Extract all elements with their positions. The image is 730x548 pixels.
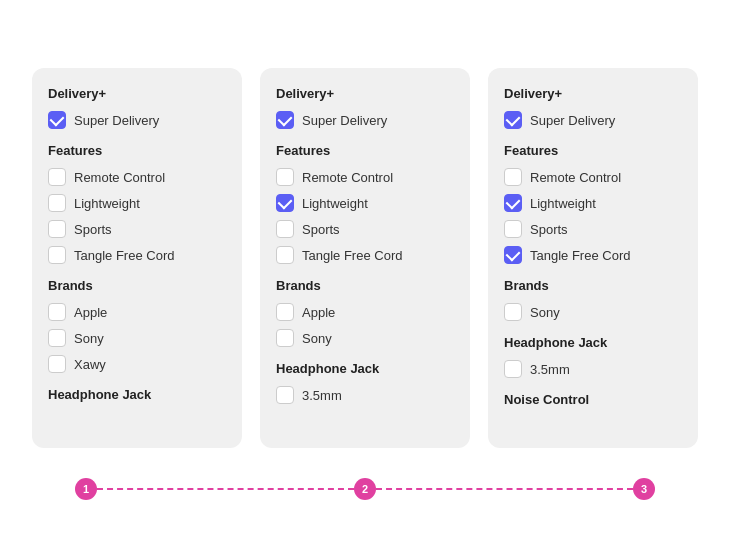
brand-checkbox-0[interactable] xyxy=(276,303,294,321)
delivery-plus-title: Delivery+ xyxy=(276,86,454,101)
super-delivery-checkbox[interactable] xyxy=(276,111,294,129)
feature-checkbox-0[interactable] xyxy=(276,168,294,186)
brand-item-0[interactable]: Apple xyxy=(48,303,226,321)
super-delivery-label: Super Delivery xyxy=(74,113,159,128)
feature-checkbox-3[interactable] xyxy=(504,246,522,264)
brands-title: Brands xyxy=(504,278,682,293)
card-2: Delivery+Super DeliveryFeaturesRemote Co… xyxy=(260,68,470,448)
brand-label-1: Sony xyxy=(302,331,332,346)
headphone-jack-title: Headphone Jack xyxy=(504,335,682,350)
feature-label-0: Remote Control xyxy=(530,170,621,185)
super-delivery-checkbox[interactable] xyxy=(48,111,66,129)
progress-line-1 xyxy=(97,488,354,490)
feature-item-0[interactable]: Remote Control xyxy=(504,168,682,186)
features-title: Features xyxy=(276,143,454,158)
feature-item-3[interactable]: Tangle Free Cord xyxy=(48,246,226,264)
feature-label-2: Sports xyxy=(302,222,340,237)
progress-step-3[interactable]: 3 xyxy=(633,478,655,500)
brand-label-0: Apple xyxy=(74,305,107,320)
hj-checkbox-0[interactable] xyxy=(276,386,294,404)
headphone-jack-title: Headphone Jack xyxy=(276,361,454,376)
hj-item-0[interactable]: 3.5mm xyxy=(504,360,682,378)
hj-checkbox-0[interactable] xyxy=(504,360,522,378)
feature-checkbox-1[interactable] xyxy=(504,194,522,212)
feature-label-0: Remote Control xyxy=(74,170,165,185)
cards-container: Delivery+Super DeliveryFeaturesRemote Co… xyxy=(2,48,728,468)
feature-item-1[interactable]: Lightweight xyxy=(504,194,682,212)
brand-checkbox-0[interactable] xyxy=(48,303,66,321)
feature-item-2[interactable]: Sports xyxy=(48,220,226,238)
brand-item-1[interactable]: Sony xyxy=(48,329,226,347)
feature-label-2: Sports xyxy=(530,222,568,237)
brands-title: Brands xyxy=(48,278,226,293)
delivery-plus-title: Delivery+ xyxy=(48,86,226,101)
feature-item-1[interactable]: Lightweight xyxy=(48,194,226,212)
brand-checkbox-1[interactable] xyxy=(48,329,66,347)
feature-label-2: Sports xyxy=(74,222,112,237)
super-delivery-item[interactable]: Super Delivery xyxy=(276,111,454,129)
features-title: Features xyxy=(48,143,226,158)
feature-item-2[interactable]: Sports xyxy=(504,220,682,238)
feature-label-3: Tangle Free Cord xyxy=(530,248,630,263)
brand-label-2: Xawy xyxy=(74,357,106,372)
delivery-plus-title: Delivery+ xyxy=(504,86,682,101)
feature-label-3: Tangle Free Cord xyxy=(302,248,402,263)
feature-label-0: Remote Control xyxy=(302,170,393,185)
brand-checkbox-2[interactable] xyxy=(48,355,66,373)
feature-item-0[interactable]: Remote Control xyxy=(48,168,226,186)
progress-step-2[interactable]: 2 xyxy=(354,478,376,500)
super-delivery-item[interactable]: Super Delivery xyxy=(48,111,226,129)
feature-checkbox-3[interactable] xyxy=(48,246,66,264)
feature-item-0[interactable]: Remote Control xyxy=(276,168,454,186)
card-1: Delivery+Super DeliveryFeaturesRemote Co… xyxy=(32,68,242,448)
brand-checkbox-1[interactable] xyxy=(276,329,294,347)
noise-control-title: Noise Control xyxy=(504,392,682,407)
super-delivery-label: Super Delivery xyxy=(530,113,615,128)
features-title: Features xyxy=(504,143,682,158)
progress-bar: 1 2 3 xyxy=(75,478,655,500)
hj-label-0: 3.5mm xyxy=(302,388,342,403)
feature-label-1: Lightweight xyxy=(530,196,596,211)
feature-checkbox-3[interactable] xyxy=(276,246,294,264)
super-delivery-checkbox[interactable] xyxy=(504,111,522,129)
feature-checkbox-1[interactable] xyxy=(276,194,294,212)
progress-step-1[interactable]: 1 xyxy=(75,478,97,500)
feature-label-1: Lightweight xyxy=(74,196,140,211)
headphone-jack-title: Headphone Jack xyxy=(48,387,226,402)
feature-checkbox-2[interactable] xyxy=(276,220,294,238)
progress-line-2 xyxy=(376,488,633,490)
feature-item-3[interactable]: Tangle Free Cord xyxy=(276,246,454,264)
super-delivery-label: Super Delivery xyxy=(302,113,387,128)
hj-item-0[interactable]: 3.5mm xyxy=(276,386,454,404)
feature-label-1: Lightweight xyxy=(302,196,368,211)
feature-item-1[interactable]: Lightweight xyxy=(276,194,454,212)
feature-item-3[interactable]: Tangle Free Cord xyxy=(504,246,682,264)
feature-checkbox-2[interactable] xyxy=(48,220,66,238)
brand-label-0: Sony xyxy=(530,305,560,320)
brand-item-2[interactable]: Xawy xyxy=(48,355,226,373)
brand-label-1: Sony xyxy=(74,331,104,346)
card-3: Delivery+Super DeliveryFeaturesRemote Co… xyxy=(488,68,698,448)
feature-item-2[interactable]: Sports xyxy=(276,220,454,238)
brand-item-0[interactable]: Apple xyxy=(276,303,454,321)
brands-title: Brands xyxy=(276,278,454,293)
hj-label-0: 3.5mm xyxy=(530,362,570,377)
brand-label-0: Apple xyxy=(302,305,335,320)
brand-item-1[interactable]: Sony xyxy=(276,329,454,347)
feature-checkbox-2[interactable] xyxy=(504,220,522,238)
feature-checkbox-0[interactable] xyxy=(504,168,522,186)
feature-checkbox-1[interactable] xyxy=(48,194,66,212)
super-delivery-item[interactable]: Super Delivery xyxy=(504,111,682,129)
feature-checkbox-0[interactable] xyxy=(48,168,66,186)
brand-checkbox-0[interactable] xyxy=(504,303,522,321)
feature-label-3: Tangle Free Cord xyxy=(74,248,174,263)
brand-item-0[interactable]: Sony xyxy=(504,303,682,321)
